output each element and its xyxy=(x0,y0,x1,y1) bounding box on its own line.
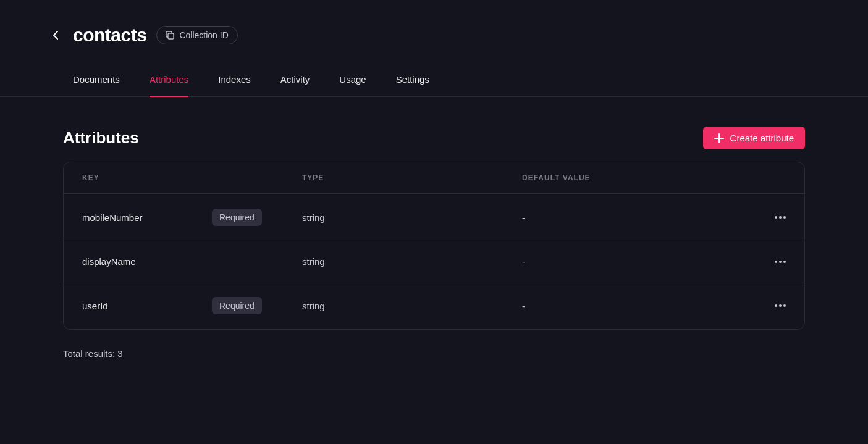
copy-icon xyxy=(166,31,174,40)
dot-icon xyxy=(779,216,782,219)
attributes-table: KEY TYPE DEFAULT VALUE mobileNumber Requ… xyxy=(63,162,805,330)
column-header-actions xyxy=(761,174,786,182)
create-attribute-button[interactable]: Create attribute xyxy=(703,127,805,149)
more-options-button[interactable] xyxy=(775,261,786,263)
tab-usage[interactable]: Usage xyxy=(339,74,366,97)
content-header: Attributes Create attribute xyxy=(63,127,805,149)
page-header: contacts Collection ID xyxy=(63,0,805,51)
dot-icon xyxy=(775,304,777,307)
dot-icon xyxy=(783,304,786,307)
attribute-default: - xyxy=(522,256,525,267)
dot-icon xyxy=(779,304,782,307)
tab-settings[interactable]: Settings xyxy=(396,74,429,97)
table-header: KEY TYPE DEFAULT VALUE xyxy=(64,162,804,194)
tab-indexes[interactable]: Indexes xyxy=(218,74,251,97)
attribute-default: - xyxy=(522,301,525,311)
create-attribute-label: Create attribute xyxy=(730,133,794,143)
page-title: contacts xyxy=(73,25,146,46)
required-badge: Required xyxy=(212,209,262,226)
attribute-default: - xyxy=(522,212,525,223)
attribute-type: string xyxy=(302,301,325,311)
dot-icon xyxy=(779,261,782,263)
column-header-default: DEFAULT VALUE xyxy=(522,174,761,182)
back-button[interactable] xyxy=(48,28,63,43)
dot-icon xyxy=(775,216,777,219)
dot-icon xyxy=(775,261,777,263)
attribute-key: displayName xyxy=(82,256,136,267)
more-options-button[interactable] xyxy=(775,216,786,219)
content-title: Attributes xyxy=(63,128,139,148)
attribute-type: string xyxy=(302,212,325,223)
collection-id-label: Collection ID xyxy=(179,30,228,40)
tab-attributes[interactable]: Attributes xyxy=(150,74,188,97)
tab-documents[interactable]: Documents xyxy=(73,74,120,97)
chevron-left-icon xyxy=(53,31,58,40)
attribute-type: string xyxy=(302,256,325,267)
column-header-key: KEY xyxy=(82,174,302,182)
attribute-key: userId xyxy=(82,301,108,311)
tab-activity[interactable]: Activity xyxy=(280,74,310,97)
table-row[interactable]: displayName string - xyxy=(64,241,804,282)
plus-icon xyxy=(714,133,724,143)
tabs-nav: Documents Attributes Indexes Activity Us… xyxy=(0,74,868,97)
table-row[interactable]: userId Required string - xyxy=(64,282,804,329)
column-header-type: TYPE xyxy=(302,174,522,182)
dot-icon xyxy=(783,261,786,263)
dot-icon xyxy=(783,216,786,219)
attribute-key: mobileNumber xyxy=(82,212,143,223)
table-row[interactable]: mobileNumber Required string - xyxy=(64,194,804,241)
collection-id-button[interactable]: Collection ID xyxy=(156,26,237,44)
svg-rect-0 xyxy=(168,33,174,39)
required-badge: Required xyxy=(212,297,262,314)
more-options-button[interactable] xyxy=(775,304,786,307)
total-results: Total results: 3 xyxy=(63,348,805,359)
